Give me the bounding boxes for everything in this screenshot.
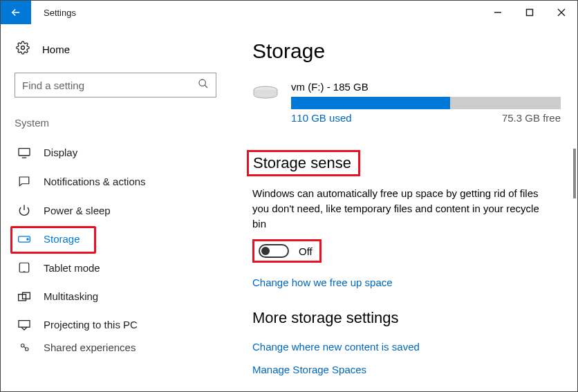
storage-icon <box>17 235 31 243</box>
shared-icon <box>17 341 31 353</box>
drive-name: vm (F:) - 185 GB <box>291 81 563 93</box>
projecting-icon <box>17 319 31 330</box>
search-input[interactable]: Find a setting <box>15 73 216 97</box>
nav-label: Display <box>44 147 77 158</box>
maximize-button[interactable] <box>514 1 546 24</box>
nav-label: Projecting to this PC <box>44 319 138 330</box>
svg-point-4 <box>21 46 25 50</box>
back-button[interactable] <box>1 1 31 24</box>
drive-icon <box>252 85 279 99</box>
sidebar-item-projecting[interactable]: Projecting to this PC <box>15 310 216 339</box>
nav-label: Power & sleep <box>44 205 111 216</box>
link-storage-spaces[interactable]: Manage Storage Spaces <box>252 364 563 375</box>
nav-label: Notifications & actions <box>44 176 146 187</box>
svg-rect-16 <box>19 320 30 327</box>
nav-label: Storage <box>44 233 80 245</box>
drive-row[interactable]: vm (F:) - 185 GB 110 GB used 75.3 GB fre… <box>252 81 563 124</box>
sidebar-item-multitasking[interactable]: Multitasking <box>15 282 216 310</box>
svg-rect-7 <box>19 148 30 155</box>
tablet-icon <box>17 261 31 274</box>
window-controls <box>482 1 577 24</box>
toggle-state: Off <box>299 245 313 257</box>
scrollbar[interactable] <box>573 149 576 198</box>
storage-sense-heading: Storage sense <box>247 150 360 176</box>
multitasking-icon <box>17 291 31 302</box>
usage-bar <box>291 97 561 109</box>
content-pane: Storage vm (F:) - 185 GB 110 GB used 75.… <box>230 24 577 391</box>
sidebar-item-power[interactable]: Power & sleep <box>15 196 216 225</box>
storage-sense-desc: Windows can automatically free up space … <box>252 186 543 231</box>
page-title: Storage <box>252 39 563 63</box>
free-label: 75.3 GB free <box>502 112 561 124</box>
link-new-content[interactable]: Change where new content is saved <box>252 341 563 353</box>
svg-line-19 <box>24 346 26 348</box>
nav-list: Display Notifications & actions Power & … <box>15 138 216 355</box>
sidebar-item-shared[interactable]: Shared experiences <box>15 339 216 355</box>
home-button[interactable]: Home <box>16 41 216 57</box>
minimize-button[interactable] <box>482 1 514 24</box>
sidebar-item-tablet[interactable]: Tablet mode <box>15 253 216 282</box>
svg-rect-1 <box>527 10 533 16</box>
search-placeholder: Find a setting <box>22 80 198 91</box>
more-settings-heading: More storage settings <box>252 309 563 327</box>
search-icon <box>198 78 209 92</box>
svg-point-5 <box>199 80 205 86</box>
sidebar-item-storage[interactable]: Storage <box>15 225 216 253</box>
link-change-free-up[interactable]: Change how we free up space <box>252 277 563 288</box>
svg-rect-12 <box>19 263 29 272</box>
power-icon <box>17 204 31 216</box>
usage-bar-fill <box>291 97 450 109</box>
svg-line-6 <box>205 85 207 88</box>
nav-label: Shared experiences <box>44 342 136 353</box>
highlight-box: Off <box>252 239 321 263</box>
nav-label: Multitasking <box>44 290 98 302</box>
sidebar: Home Find a setting System Display Notif… <box>1 24 230 391</box>
sidebar-item-display[interactable]: Display <box>15 138 216 167</box>
notifications-icon <box>17 175 31 187</box>
nav-label: Tablet mode <box>44 262 100 274</box>
home-label: Home <box>42 44 70 55</box>
display-icon <box>17 147 31 158</box>
window-title: Settings <box>31 8 76 18</box>
gear-icon <box>16 41 30 57</box>
close-button[interactable] <box>546 1 577 24</box>
storage-sense-toggle[interactable] <box>259 244 289 258</box>
section-label: System <box>15 117 216 129</box>
sidebar-item-notifications[interactable]: Notifications & actions <box>15 167 216 196</box>
titlebar: Settings <box>1 1 577 24</box>
svg-point-11 <box>27 238 28 239</box>
used-label: 110 GB used <box>291 112 352 124</box>
